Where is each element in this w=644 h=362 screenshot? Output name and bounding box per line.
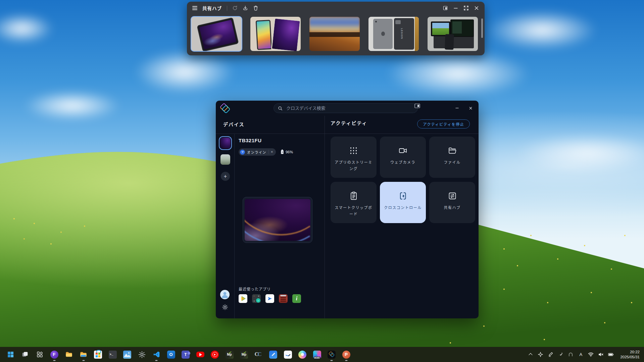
outlook-button[interactable]: O	[167, 351, 175, 359]
activity-card-smart-clipboard[interactable]: スマートクリップボード	[331, 182, 377, 223]
search-input[interactable]	[286, 105, 413, 111]
minimize-icon[interactable]	[453, 5, 458, 11]
mp-app-2-button[interactable]: Mp	[240, 351, 248, 359]
photos-button[interactable]	[123, 351, 131, 359]
fullscreen-icon[interactable]	[463, 5, 469, 11]
widgets-button[interactable]	[36, 351, 44, 359]
dock-panel-icon[interactable]	[443, 5, 448, 11]
sparkle-icon[interactable]	[538, 352, 543, 357]
folder-button[interactable]	[65, 351, 73, 359]
divider	[268, 150, 269, 154]
divider	[227, 6, 227, 11]
m365-button[interactable]: M365	[313, 351, 321, 359]
file-explorer-button[interactable]	[80, 351, 88, 359]
volume-muted-icon[interactable]	[598, 352, 604, 357]
youtube-music-button[interactable]	[211, 351, 219, 359]
task-view-button[interactable]	[21, 351, 29, 359]
thumbnails-scrollbar[interactable]	[481, 18, 483, 38]
close-icon[interactable]	[474, 5, 479, 11]
pen-icon[interactable]	[548, 352, 553, 357]
activity-card-webcam[interactable]: ウェブカメラ	[380, 137, 426, 178]
task-view-icon	[21, 351, 29, 358]
teams-button[interactable]: T	[182, 351, 190, 359]
battery-percent: 96%	[286, 150, 293, 154]
device-tab-phone[interactable]	[220, 154, 230, 165]
thumbnail-wooden-desk[interactable]	[309, 17, 360, 51]
wifi-icon[interactable]	[588, 352, 594, 357]
running-indicator	[82, 360, 85, 361]
powerpoint-button[interactable]: P	[342, 351, 350, 359]
teams-icon: T	[182, 351, 190, 359]
start-button[interactable]	[6, 351, 14, 359]
mp-app-icon: Mp	[240, 351, 248, 359]
send-app-icon[interactable]	[265, 294, 274, 303]
youtube-button[interactable]	[196, 351, 204, 359]
train-app-icon[interactable]	[279, 294, 288, 303]
status-remove-icon[interactable]: ✕	[271, 150, 274, 154]
battery-status: 96%	[281, 149, 293, 154]
gear-icon	[222, 304, 228, 310]
menu-icon[interactable]	[192, 6, 197, 10]
device-status-pill[interactable]: オンライン ✕	[239, 148, 276, 156]
vscode-button[interactable]	[152, 351, 160, 359]
activity-card-files[interactable]: ファイル	[429, 137, 475, 178]
device-panel-icon[interactable]	[414, 103, 420, 108]
stop-activity-button[interactable]: アクティビティを停止	[417, 119, 470, 128]
search-bar	[274, 103, 418, 113]
microsoft-store-button[interactable]	[94, 351, 102, 359]
share-hub-toolbar: 共有ハブ LEGION	[187, 2, 485, 55]
plus-icon: +	[224, 173, 227, 179]
window-close-button[interactable]	[465, 103, 476, 113]
journal-button[interactable]	[284, 351, 292, 359]
thumbnail-phone-and-tablet[interactable]	[250, 17, 301, 51]
divider	[325, 116, 325, 318]
settings-button[interactable]	[222, 304, 228, 312]
hidden-icons-chevron[interactable]	[528, 352, 533, 357]
device-preview[interactable]	[243, 197, 312, 243]
running-indicator	[331, 360, 333, 361]
ime-indicator[interactable]: A	[578, 352, 584, 357]
system-tray: A 20:22 2025/05/31	[528, 347, 644, 362]
thumbnail-laptop-setup[interactable]	[428, 17, 478, 51]
journal-icon	[284, 351, 292, 359]
smart-connect-taskbar-button[interactable]	[328, 351, 336, 359]
info-app-icon[interactable]: i	[292, 294, 301, 303]
divider	[216, 134, 479, 134]
thumbnail-tablet-backs[interactable]: LEGION	[368, 17, 419, 51]
activities-grid: アプリのストリーミング ウェブカメラ ファイル スマートクリップボード	[331, 137, 475, 223]
activity-card-share-hub[interactable]: 共有ハブ	[429, 182, 475, 223]
calculator-app-icon[interactable]: − × + =	[252, 294, 261, 303]
share-hub-thumbnails: LEGION	[191, 17, 478, 51]
uc-app-icon: C C	[255, 351, 263, 359]
times-glyph: ×	[258, 295, 259, 298]
activity-card-cross-control[interactable]: クロスコントロール	[380, 182, 426, 223]
uc-app-button[interactable]: C C	[255, 351, 263, 359]
device-name: TB321FU	[239, 138, 262, 143]
copilot-button[interactable]	[298, 351, 306, 359]
whiteboard-pen-icon	[269, 351, 277, 359]
trash-icon[interactable]	[253, 5, 258, 11]
taskbar-clock[interactable]: 20:22 2025/05/31	[620, 350, 640, 360]
activity-card-app-streaming[interactable]: アプリのストリーミング	[331, 137, 377, 178]
mp-app-button[interactable]: Mp	[226, 351, 234, 359]
battery-icon[interactable]	[608, 352, 614, 357]
terminal-button[interactable]: >_	[109, 351, 117, 359]
headphones-icon[interactable]	[568, 352, 574, 357]
window-minimize-button[interactable]	[452, 103, 462, 113]
taskbar: F >_	[0, 347, 644, 362]
whiteboard-button[interactable]	[269, 351, 277, 359]
legion-label: LEGION	[401, 28, 403, 39]
user-avatar[interactable]	[220, 290, 230, 301]
settings-taskbar-button[interactable]	[138, 351, 146, 359]
f-app-button[interactable]: F	[50, 351, 58, 359]
cursor-arrow-icon[interactable]	[558, 352, 563, 357]
device-preview-screen	[245, 199, 310, 241]
device-tab-tablet[interactable]	[220, 138, 231, 149]
add-device-button[interactable]: +	[221, 172, 230, 181]
google-play-app-icon[interactable]	[239, 294, 247, 303]
thumbnail-tablet-front[interactable]	[191, 17, 242, 51]
refresh-icon[interactable]	[232, 5, 238, 11]
clipboard-icon	[349, 191, 358, 201]
download-icon[interactable]	[243, 5, 248, 11]
smart-connect-window: デバイス + TB321FU オンライン ✕ 96% 最近使ったアプリ	[216, 101, 479, 318]
